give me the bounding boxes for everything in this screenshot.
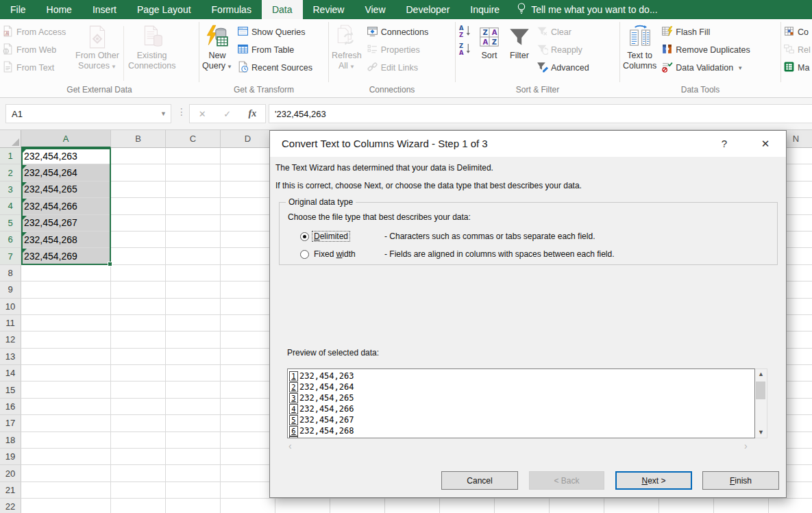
from-text-button[interactable]: From Text (0, 59, 73, 77)
text-to-columns-button[interactable]: Text toColumns (620, 22, 659, 71)
row-header-2[interactable]: 2 (0, 164, 21, 181)
cell-A6[interactable]: 232,454,268 (21, 232, 111, 248)
cell-D21[interactable] (221, 482, 275, 499)
cell-D7[interactable] (221, 248, 275, 264)
existing-connections-button[interactable]: ExistingConnections (125, 22, 179, 71)
cell-M22[interactable] (714, 499, 769, 513)
row-header-9[interactable]: 9 (0, 281, 21, 298)
row-header-19[interactable]: 19 (0, 449, 21, 465)
cell-A21[interactable] (21, 482, 111, 499)
cell-D9[interactable] (221, 281, 275, 298)
cell-K22[interactable] (604, 499, 659, 513)
cell-C7[interactable] (166, 248, 221, 264)
row-header-11[interactable]: 11 (0, 315, 21, 331)
row-header-1[interactable]: 1 (0, 148, 21, 164)
cell-A10[interactable] (21, 299, 111, 315)
scroll-up-icon[interactable]: ▲ (755, 369, 767, 379)
show-queries-button[interactable]: Show Queries (235, 23, 321, 41)
cell-C6[interactable] (166, 232, 221, 248)
cell-C11[interactable] (166, 315, 221, 331)
cell-C9[interactable] (166, 281, 221, 298)
cell-A11[interactable] (21, 315, 111, 331)
tab-formulas[interactable]: Formulas (201, 0, 262, 19)
properties-button[interactable]: Properties (365, 41, 444, 59)
scroll-down-icon[interactable]: ▼ (755, 427, 767, 438)
new-query-button[interactable]: NewQuery▼ (199, 22, 235, 72)
cell-D12[interactable] (221, 331, 275, 348)
cell-B20[interactable] (111, 465, 166, 481)
fixed-width-radio[interactable] (300, 250, 309, 259)
cell-I22[interactable] (495, 499, 550, 513)
fixed-width-radio-row[interactable]: Fixed width (300, 248, 357, 260)
data-validation-button[interactable]: Data Validation▼ (659, 59, 770, 77)
cell-B9[interactable] (111, 281, 166, 298)
dialog-help-button[interactable]: ? (713, 131, 736, 157)
cell-A1[interactable]: 232,454,263 (21, 148, 111, 164)
cell-B17[interactable] (111, 415, 166, 431)
preview-vertical-scrollbar[interactable]: ▲ ▼ (755, 368, 767, 438)
cell-C17[interactable] (166, 415, 221, 431)
row-header-5[interactable]: 5 (0, 215, 21, 232)
cell-A9[interactable] (21, 281, 111, 298)
cell-C13[interactable] (166, 349, 221, 365)
column-header-B[interactable]: B (111, 130, 166, 148)
filter-button[interactable]: Filter (504, 22, 534, 61)
cell-C21[interactable] (166, 482, 221, 499)
cell-D6[interactable] (221, 232, 275, 248)
remove-duplicates-button[interactable]: Remove Duplicates (659, 41, 770, 59)
cell-D22[interactable] (221, 499, 275, 513)
cell-A2[interactable]: 232,454,264 (21, 164, 111, 181)
tab-file[interactable]: File (0, 0, 36, 19)
cell-D13[interactable] (221, 349, 275, 365)
row-header-14[interactable]: 14 (0, 365, 21, 381)
cell-D1[interactable] (221, 148, 275, 164)
flash-fill-button[interactable]: Flash Fill (659, 23, 770, 41)
cell-C18[interactable] (166, 432, 221, 449)
cell-D4[interactable] (221, 198, 275, 214)
scroll-left-icon[interactable]: ‹ (288, 440, 292, 451)
cell-B19[interactable] (111, 449, 166, 465)
row-header-10[interactable]: 10 (0, 299, 21, 315)
finish-button[interactable]: Finish (702, 471, 779, 490)
manage-data-model-button[interactable]: Ma (781, 59, 812, 77)
cell-E22[interactable] (275, 499, 330, 513)
tab-developer[interactable]: Developer (396, 0, 460, 19)
next-button[interactable]: Next > (615, 471, 692, 490)
cell-G22[interactable] (385, 499, 440, 513)
column-header-D[interactable]: D (221, 130, 275, 148)
scrollbar-thumb[interactable] (756, 381, 765, 399)
name-box[interactable]: A1 ▼ (5, 104, 171, 123)
cell-A4[interactable]: 232,454,266 (21, 198, 111, 214)
cell-A19[interactable] (21, 449, 111, 465)
cell-A18[interactable] (21, 432, 111, 449)
cell-C14[interactable] (166, 365, 221, 381)
cell-B2[interactable] (111, 164, 166, 181)
cell-J22[interactable] (550, 499, 604, 513)
confirm-entry-icon[interactable]: ✓ (223, 109, 231, 119)
row-header-17[interactable]: 17 (0, 415, 21, 431)
tab-view[interactable]: View (354, 0, 395, 19)
tab-data[interactable]: Data (262, 0, 303, 19)
cell-D20[interactable] (221, 465, 275, 481)
relationships-button[interactable]: Rel (781, 41, 812, 59)
formula-input[interactable]: '232,454,263 (269, 104, 812, 123)
row-header-7[interactable]: 7 (0, 248, 21, 264)
sort-button[interactable]: ZAAZSort (474, 22, 504, 61)
row-header-20[interactable]: 20 (0, 465, 21, 481)
cell-D15[interactable] (221, 381, 275, 398)
cell-D2[interactable] (221, 164, 275, 181)
cell-C22[interactable] (166, 499, 221, 513)
row-header-8[interactable]: 8 (0, 265, 21, 281)
cell-C16[interactable] (166, 399, 221, 415)
cell-A17[interactable] (21, 415, 111, 431)
back-button[interactable]: < Back (529, 471, 604, 490)
column-header-A[interactable]: A (21, 130, 111, 148)
select-all-corner[interactable] (0, 130, 21, 148)
cell-B13[interactable] (111, 349, 166, 365)
cell-B15[interactable] (111, 381, 166, 398)
row-header-16[interactable]: 16 (0, 399, 21, 415)
cell-A8[interactable] (21, 265, 111, 281)
cell-A14[interactable] (21, 365, 111, 381)
tab-review[interactable]: Review (303, 0, 355, 19)
delimited-radio-row[interactable]: Delimited (300, 230, 349, 242)
